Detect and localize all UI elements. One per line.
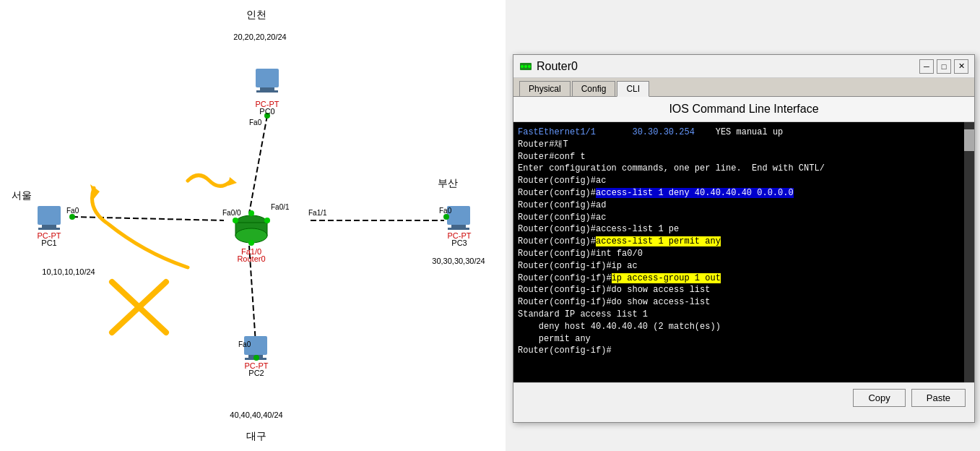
window-title-left: Router0 [519, 60, 578, 73]
interface-fa171: Fa1/1 [308, 209, 327, 217]
subnet-busan: 30,30,30,30/24 [432, 257, 485, 265]
window-controls: ─ □ ✕ [919, 59, 968, 74]
svg-rect-11 [256, 69, 279, 87]
svg-line-0 [249, 116, 267, 213]
terminal-line-10: Router(config)#access-list 1 permit any [518, 236, 970, 248]
terminal-line-19: Router(config-if)# [518, 345, 970, 357]
cli-title: IOS Command Line Interface [513, 97, 974, 122]
svg-point-34 [528, 65, 531, 68]
svg-point-7 [233, 218, 238, 223]
pc-daegu-name: PC2 [248, 369, 264, 377]
scrollbar-thumb[interactable] [964, 129, 974, 151]
scrollbar-track[interactable] [964, 122, 974, 382]
terminal-line-13: Router(config-if)#ip access-group 1 out [518, 272, 970, 285]
pc-busan-name: PC3 [451, 239, 467, 247]
router-window: Router0 ─ □ ✕ Physical Config CLI IOS Co… [513, 54, 975, 423]
terminal-line-4: Enter configuration commands, one per li… [518, 163, 970, 175]
svg-line-1 [72, 217, 224, 220]
svg-rect-13 [256, 90, 278, 93]
terminal-line-12: Router(config-if)#ip ac [518, 260, 970, 272]
svg-point-22 [443, 214, 449, 220]
paste-button[interactable]: Paste [911, 389, 966, 407]
subnet-incheon: 20,20,20,20/24 [233, 33, 286, 41]
svg-point-26 [253, 355, 259, 361]
svg-point-33 [524, 65, 527, 68]
window-titlebar: Router0 ─ □ ✕ [513, 55, 974, 78]
subnet-daegu: 40,40,40,40/24 [230, 411, 282, 419]
terminal-line-8: Router(config)#ac [518, 212, 970, 224]
svg-point-32 [521, 65, 524, 68]
terminal-line-1: FastEthernet1/1 30.30.30.254 YES manual … [518, 126, 970, 139]
subnet-seoul: 10,10,10,10/24 [42, 267, 95, 276]
svg-point-10 [248, 240, 254, 246]
svg-rect-17 [38, 228, 60, 230]
pc-daegu-iface: Fa0 [238, 340, 251, 348]
bottom-bar: Copy Paste [513, 382, 974, 413]
terminal-line-6: Router(config)#access-list 1 deny 40.40.… [518, 187, 970, 199]
copy-button[interactable]: Copy [853, 389, 905, 407]
tab-physical[interactable]: Physical [519, 81, 571, 96]
terminal-line-5: Router(config)#ac [518, 175, 970, 187]
pc-seoul-iface: Fa0 [66, 207, 79, 215]
pc-incheon-name: PC0 [259, 107, 274, 116]
terminal-line-3: Router#conf t [518, 151, 970, 163]
interface-fa01: Fa0/1 [271, 203, 290, 211]
interface-fa00: Fa0/0 [222, 209, 241, 217]
city-busan: 부산 [438, 177, 458, 189]
terminal-line-2: Router#채T [518, 139, 970, 151]
terminal-line-15: Router(config-if)#do show access-list [518, 296, 970, 309]
window-title-text: Router0 [537, 60, 578, 73]
city-daegu: 대구 [246, 430, 266, 442]
tab-bar: Physical Config CLI [513, 78, 974, 97]
svg-point-8 [264, 218, 270, 223]
city-seoul: 서울 [12, 189, 32, 201]
terminal-line-9: Router(config)#access-list 1 pe [518, 223, 970, 236]
svg-rect-12 [260, 87, 274, 90]
cli-terminal[interactable]: FastEthernet1/1 30.30.30.254 YES manual … [513, 122, 974, 382]
tab-cli[interactable]: CLI [617, 81, 649, 97]
terminal-line-7: Router(config)#ad [518, 199, 970, 212]
svg-marker-30 [228, 177, 237, 186]
terminal-line-16: Standard IP access list 1 [518, 309, 970, 321]
terminal-line-14: Router(config-if)#do show access list [518, 284, 970, 296]
minimize-button[interactable]: ─ [919, 59, 934, 74]
pc-seoul-name: PC1 [41, 239, 56, 247]
tab-config[interactable]: Config [572, 81, 616, 96]
network-diagram: 인천 서울 부산 대구 20,20,20,20/24 10,10,10,10/2… [0, 0, 506, 451]
router0-name: Router0 [237, 254, 265, 263]
router-icon [519, 60, 532, 73]
svg-rect-15 [38, 206, 61, 225]
city-incheon: 인천 [246, 9, 266, 20]
svg-rect-20 [451, 225, 466, 228]
terminal-line-18: permit any [518, 333, 970, 345]
terminal-line-11: Router(config)#int fa0/0 [518, 248, 970, 260]
terminal-line-17: deny host 40.40.40.40 (2 match(es)) [518, 321, 970, 333]
svg-rect-16 [42, 225, 56, 228]
pc-incheon-iface: Fa0 [249, 119, 262, 126]
maximize-button[interactable]: □ [937, 59, 951, 74]
svg-point-9 [248, 210, 254, 216]
svg-rect-21 [448, 228, 469, 230]
svg-point-18 [69, 214, 75, 220]
pc-busan-iface: Fa0 [439, 207, 452, 215]
close-button[interactable]: ✕ [954, 59, 968, 74]
